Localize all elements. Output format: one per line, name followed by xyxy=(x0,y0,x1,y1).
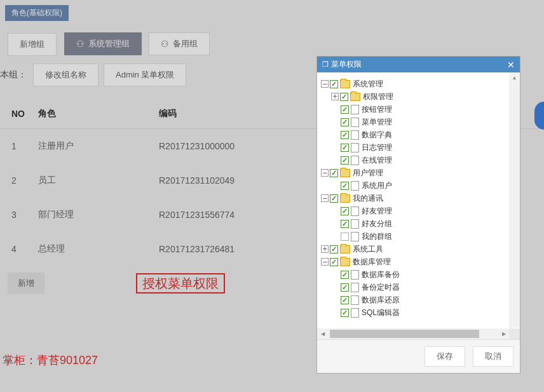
file-icon xyxy=(351,232,359,241)
tree-node[interactable]: 好友管理 xyxy=(331,205,517,217)
file-icon xyxy=(351,295,359,305)
checkbox[interactable] xyxy=(341,220,349,228)
checkbox[interactable] xyxy=(341,309,349,317)
collapse-icon[interactable]: − xyxy=(321,194,329,202)
system-group-button[interactable]: ⚇ 系统管理组 xyxy=(64,32,142,55)
dialog-footer: 保存 取消 xyxy=(317,339,520,373)
file-icon xyxy=(351,270,359,280)
checkbox[interactable] xyxy=(341,271,349,279)
checkbox[interactable] xyxy=(341,131,349,139)
col-no: NO xyxy=(0,99,32,129)
new-group-button[interactable]: 新增组 xyxy=(8,33,57,56)
tree-node-system-mgmt[interactable]: − 系统管理 xyxy=(321,78,517,90)
file-icon xyxy=(351,283,359,292)
folder-icon xyxy=(340,258,350,266)
group-toolbar: 新增组 ⚇ 系统管理组 ⚇ 备用组 xyxy=(0,21,544,56)
tree-node[interactable]: 数据库备份 xyxy=(331,268,517,281)
tree-node[interactable]: SQL编辑器 xyxy=(331,306,517,319)
tree-node[interactable]: 日志管理 xyxy=(331,141,517,154)
file-icon xyxy=(351,156,359,165)
group-label: 本组： xyxy=(0,69,27,81)
expand-icon[interactable]: + xyxy=(331,93,339,100)
tree-node[interactable]: 系统用户 xyxy=(331,179,517,192)
file-icon xyxy=(351,219,359,229)
folder-icon xyxy=(350,93,360,101)
rename-group-button[interactable]: 修改组名称 xyxy=(33,64,99,86)
backup-group-label: 备用组 xyxy=(173,38,198,50)
file-icon xyxy=(351,206,359,216)
tree-node-user-mgmt[interactable]: − 用户管理 xyxy=(321,166,517,179)
user-icon: ⚇ xyxy=(76,39,85,49)
scrollbar-corner xyxy=(509,328,520,339)
file-icon xyxy=(351,143,359,152)
checkbox[interactable] xyxy=(341,296,349,304)
dialog-header[interactable]: ❐ 菜单权限 ✕ xyxy=(317,57,520,72)
tag-role-basic[interactable]: 角色(基础权限) xyxy=(5,5,69,21)
checkbox[interactable] xyxy=(341,182,349,190)
tree-node[interactable]: + 权限管理 xyxy=(331,90,517,103)
file-icon xyxy=(351,105,359,114)
tree-node[interactable]: 数据库还原 xyxy=(331,294,517,306)
tree-node[interactable]: 数据字典 xyxy=(331,128,517,141)
checkbox[interactable] xyxy=(341,207,349,215)
scrollbar-horizontal[interactable] xyxy=(317,328,509,339)
expand-icon[interactable]: + xyxy=(321,245,329,253)
file-icon xyxy=(351,118,359,127)
save-button[interactable]: 保存 xyxy=(425,346,465,367)
permission-tree: − 系统管理 + 权限管理 按钮 xyxy=(320,78,517,319)
tree-node[interactable]: 菜单管理 xyxy=(331,116,517,128)
checkbox[interactable] xyxy=(330,258,338,266)
folder-icon xyxy=(340,245,350,253)
close-icon[interactable]: ✕ xyxy=(507,60,515,70)
footer-text: 掌柜：青苔901027 xyxy=(3,353,98,368)
admin-menu-perm-button[interactable]: Admin 菜单权限 xyxy=(104,64,186,86)
checkbox[interactable] xyxy=(330,169,338,177)
tree-node[interactable]: 备份定时器 xyxy=(331,281,517,294)
collapse-icon[interactable]: − xyxy=(321,169,329,177)
checkbox[interactable] xyxy=(330,245,338,253)
dialog-title: 菜单权限 xyxy=(331,59,362,70)
checkbox[interactable] xyxy=(341,156,349,165)
file-icon xyxy=(351,181,359,191)
checkbox[interactable] xyxy=(341,283,349,292)
checkbox[interactable] xyxy=(330,80,338,88)
collapse-icon[interactable]: − xyxy=(321,80,329,88)
tree-node[interactable]: 在线管理 xyxy=(331,154,517,166)
highlight-annotation: 授权菜单权限 xyxy=(136,273,225,294)
checkbox[interactable] xyxy=(340,93,348,101)
user-icon: ⚇ xyxy=(161,39,169,49)
restore-icon: ❐ xyxy=(322,60,329,69)
checkbox[interactable] xyxy=(341,233,349,241)
checkbox[interactable] xyxy=(341,105,349,114)
tree-node-db-mgmt[interactable]: − 数据库管理 xyxy=(321,255,517,268)
cancel-button[interactable]: 取消 xyxy=(473,346,513,367)
file-icon xyxy=(351,130,359,140)
col-role: 角色 xyxy=(32,99,153,129)
system-group-label: 系统管理组 xyxy=(88,38,130,50)
add-button[interactable]: 新增 xyxy=(8,273,44,294)
scrollbar-vertical[interactable] xyxy=(509,72,520,328)
checkbox[interactable] xyxy=(330,194,338,203)
collapse-icon[interactable]: − xyxy=(321,258,329,266)
side-tab[interactable] xyxy=(534,102,544,130)
tree-node[interactable]: 好友分组 xyxy=(331,217,517,230)
file-icon xyxy=(351,308,359,318)
backup-group-button[interactable]: ⚇ 备用组 xyxy=(149,32,210,55)
folder-icon xyxy=(340,194,350,203)
menu-permission-dialog: ❐ 菜单权限 ✕ − 系统管理 + 权限管理 xyxy=(316,56,520,374)
tree-node-sys-tool[interactable]: + 系统工具 xyxy=(321,243,517,255)
checkbox[interactable] xyxy=(341,144,349,152)
dialog-body: − 系统管理 + 权限管理 按钮 xyxy=(317,72,520,339)
checkbox[interactable] xyxy=(341,118,349,126)
tree-node-my-comm[interactable]: − 我的通讯 xyxy=(321,192,517,205)
tree-node[interactable]: 我的群组 xyxy=(331,230,517,243)
folder-icon xyxy=(340,169,350,177)
tree-node[interactable]: 按钮管理 xyxy=(331,103,517,116)
folder-icon xyxy=(340,80,350,88)
